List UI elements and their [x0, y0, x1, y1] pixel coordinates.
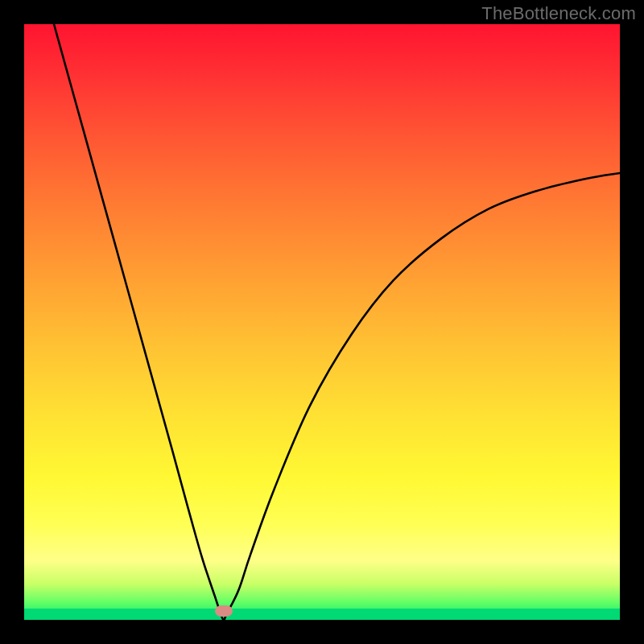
plot-area — [24, 24, 620, 620]
chart-frame: TheBottleneck.com — [0, 0, 644, 644]
bottleneck-curve — [24, 24, 620, 620]
optimal-point-marker — [215, 605, 233, 617]
watermark-text: TheBottleneck.com — [481, 3, 636, 24]
